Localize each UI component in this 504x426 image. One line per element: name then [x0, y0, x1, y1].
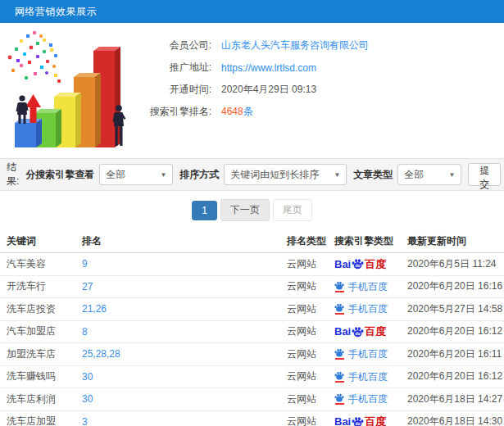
results-label: 结果: — [7, 161, 19, 188]
rank-type-cell: 云网站 — [287, 415, 334, 426]
rank-count-unit[interactable]: 条 — [243, 106, 253, 117]
info-row-url: 推广地址: https://www.lrtlsd.com — [146, 57, 369, 79]
svg-text:du: du — [356, 331, 361, 336]
chevron-down-icon: ▼ — [448, 171, 455, 179]
keyword-cell: 洗车店利润 — [0, 392, 82, 406]
keyword-cell: 汽车美容 — [0, 257, 82, 271]
rank-type-cell: 云网站 — [287, 257, 334, 271]
mobile-baidu-icon: 手机百度 — [334, 393, 388, 405]
table-header-row: 关键词 排名 排名类型 搜索引擎类型 最新更新时间 — [0, 229, 504, 253]
submit-button[interactable]: 提交 — [468, 163, 501, 186]
open-time-value: 2020年4月29日 09:13 — [221, 83, 316, 97]
updated-cell: 2020年5月27日 14:58 — [407, 302, 504, 316]
engine-cell: Baidu百度 — [334, 416, 407, 426]
keyword-cell: 汽车加盟店 — [0, 324, 82, 338]
bar-chart-illustration-svg — [0, 23, 146, 154]
engine-cell: 手机百度 — [334, 393, 407, 405]
ranking-table: 关键词 排名 排名类型 搜索引擎类型 最新更新时间 汽车美容 9 云网站 Bai… — [0, 229, 504, 426]
rank-cell[interactable]: 30 — [82, 371, 287, 383]
rank-cell[interactable]: 27 — [82, 281, 287, 292]
engine-cell: 手机百度 — [334, 303, 407, 315]
promo-url-link[interactable]: https://www.lrtlsd.com — [221, 62, 316, 74]
sort-select-value: 关键词由短到长排序 — [230, 168, 319, 182]
table-row: 洗车店加盟 3 云网站 Baidu百度 2020年6月18日 14:30 — [0, 411, 504, 426]
mobile-baidu-icon: 手机百度 — [334, 281, 388, 292]
updated-cell: 2020年6月5日 11:24 — [407, 257, 504, 271]
engine-cell: Baidu百度 — [334, 258, 407, 270]
chevron-down-icon: ▼ — [160, 171, 166, 179]
header-bar: 网络营销效果展示 — [0, 0, 504, 23]
rank-count-number: 4648 — [221, 106, 243, 117]
engine-cell: 手机百度 — [334, 281, 407, 292]
col-header-rank: 排名 — [82, 234, 287, 248]
marketing-effect-page: 网络营销效果展示 — [0, 0, 504, 426]
updated-cell: 2020年6月18日 14:30 — [407, 415, 504, 426]
table-row: 汽车美容 9 云网站 Baidu百度 2020年6月5日 11:24 — [0, 253, 504, 276]
col-header-keyword: 关键词 — [0, 234, 82, 248]
engine-cell: Baidu百度 — [334, 326, 407, 338]
rank-type-cell: 云网站 — [287, 279, 334, 293]
keyword-cell: 洗车赚钱吗 — [0, 369, 82, 383]
baidu-logo-icon: Baidu百度 — [334, 416, 386, 426]
table-row: 洗车店投资 21,26 云网站 手机百度 2020年5月27日 14:58 — [0, 298, 504, 321]
open-time-label: 开通时间: — [146, 83, 211, 97]
table-row: 洗车店利润 30 云网站 手机百度 2020年6月18日 14:27 — [0, 388, 504, 411]
keyword-cell: 开洗车行 — [0, 279, 82, 293]
rank-cell[interactable]: 3 — [82, 416, 287, 426]
updated-cell: 2020年6月20日 16:12 — [407, 369, 504, 383]
updated-cell: 2020年6月20日 16:11 — [407, 347, 504, 361]
keyword-cell: 洗车店加盟 — [0, 415, 82, 426]
rank-cell[interactable]: 8 — [82, 326, 287, 338]
pagination: 1 下一页 尾页 — [0, 191, 504, 229]
updated-cell: 2020年6月20日 16:12 — [407, 324, 504, 338]
rank-type-cell: 云网站 — [287, 392, 334, 406]
page-title: 网络营销效果展示 — [15, 5, 97, 19]
col-header-updated: 最新更新时间 — [407, 234, 504, 248]
engine-filter-value: 全部 — [106, 168, 125, 182]
col-header-engine-type: 搜索引擎类型 — [334, 234, 407, 248]
rank-cell[interactable]: 9 — [82, 258, 287, 270]
table-row: 洗车赚钱吗 30 云网站 手机百度 2020年6月20日 16:12 — [0, 366, 504, 389]
rank-count-label: 搜索引擎排名: — [146, 105, 211, 119]
marketing-illustration — [0, 23, 146, 154]
last-page-button[interactable]: 尾页 — [273, 199, 312, 221]
info-row-rank-count: 搜索引擎排名: 4648条 — [146, 101, 369, 123]
company-name-link[interactable]: 山东老人头汽车服务咨询有限公司 — [221, 39, 369, 52]
engine-filter-select[interactable]: 全部 ▼ — [99, 164, 173, 185]
next-page-button[interactable]: 下一页 — [220, 199, 270, 221]
info-row-company: 会员公司: 山东老人头汽车服务咨询有限公司 — [146, 34, 369, 57]
keyword-cell: 洗车店投资 — [0, 302, 82, 316]
filter-group-sort: 排序方式 关键词由短到长排序 ▼ — [179, 164, 347, 185]
filter-group-engine: 分搜索引擎查看 全部 ▼ — [25, 164, 173, 185]
baidu-logo-icon: Baidu百度 — [334, 326, 386, 338]
rank-count-value[interactable]: 4648条 — [221, 105, 253, 119]
col-header-rank-type: 排名类型 — [287, 234, 334, 248]
company-label: 会员公司: — [146, 39, 211, 52]
table-row: 汽车加盟店 8 云网站 Baidu百度 2020年6月20日 16:12 — [0, 321, 504, 344]
rank-type-cell: 云网站 — [287, 302, 334, 316]
mobile-baidu-icon: 手机百度 — [334, 303, 388, 315]
keyword-cell: 加盟洗车店 — [0, 347, 82, 361]
chevron-down-icon: ▼ — [334, 171, 340, 179]
page-button-1[interactable]: 1 — [192, 201, 217, 220]
sort-filter-label: 排序方式 — [179, 168, 219, 182]
promo-url-label: 推广地址: — [146, 61, 211, 75]
article-type-select[interactable]: 全部 ▼ — [397, 164, 461, 185]
engine-cell: 手机百度 — [334, 348, 407, 360]
engine-filter-label: 分搜索引擎查看 — [25, 168, 94, 182]
table-row: 开洗车行 27 云网站 手机百度 2020年6月20日 16:16 — [0, 276, 504, 299]
account-info-list: 会员公司: 山东老人头汽车服务咨询有限公司 推广地址: https://www.… — [146, 23, 369, 158]
filter-group-article-type: 文章类型 全部 ▼ — [353, 164, 461, 185]
updated-cell: 2020年6月18日 14:27 — [407, 392, 504, 406]
rank-cell[interactable]: 30 — [82, 393, 287, 405]
rank-cell[interactable]: 21,26 — [82, 303, 287, 315]
rank-type-cell: 云网站 — [287, 369, 334, 383]
rank-cell[interactable]: 25,28,28 — [82, 348, 287, 360]
info-section: 会员公司: 山东老人头汽车服务咨询有限公司 推广地址: https://www.… — [0, 23, 504, 158]
confetti-dots — [8, 31, 61, 83]
engine-cell: 手机百度 — [334, 371, 407, 383]
table-body: 汽车美容 9 云网站 Baidu百度 2020年6月5日 11:24 开洗车行 … — [0, 253, 504, 426]
updated-cell: 2020年6月20日 16:16 — [407, 279, 504, 293]
baidu-logo-icon: Baidu百度 — [334, 258, 386, 270]
sort-select[interactable]: 关键词由短到长排序 ▼ — [224, 164, 347, 185]
